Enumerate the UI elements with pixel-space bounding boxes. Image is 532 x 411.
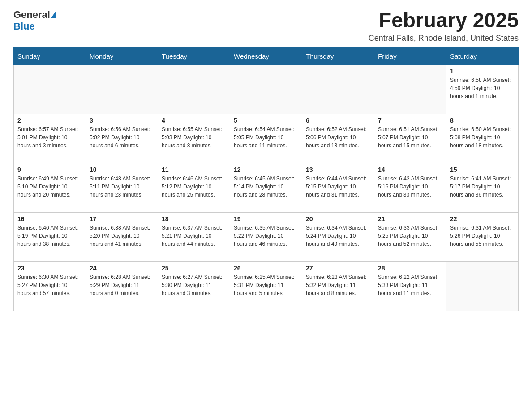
logo: General Blue <box>13 9 56 32</box>
day-number: 11 <box>162 166 226 173</box>
day-number: 22 <box>450 215 515 223</box>
day-info: Sunrise: 6:52 AM Sunset: 5:06 PM Dayligh… <box>306 125 370 150</box>
day-info: Sunrise: 6:41 AM Sunset: 5:17 PM Dayligh… <box>450 175 515 199</box>
logo-general-text: General <box>13 9 50 21</box>
calendar-cell: 10Sunrise: 6:48 AM Sunset: 5:11 PM Dayli… <box>86 163 158 212</box>
day-info: Sunrise: 6:55 AM Sunset: 5:03 PM Dayligh… <box>162 125 226 150</box>
calendar-cell: 12Sunrise: 6:45 AM Sunset: 5:14 PM Dayli… <box>230 163 302 212</box>
day-number: 23 <box>17 265 82 272</box>
day-info: Sunrise: 6:56 AM Sunset: 5:02 PM Dayligh… <box>90 125 154 150</box>
calendar-cell <box>230 64 302 114</box>
day-info: Sunrise: 6:46 AM Sunset: 5:12 PM Dayligh… <box>162 175 226 199</box>
calendar-cell <box>158 64 230 114</box>
calendar-day-header: Saturday <box>446 47 519 64</box>
day-info: Sunrise: 6:42 AM Sunset: 5:16 PM Dayligh… <box>378 175 442 199</box>
calendar-cell: 26Sunrise: 6:25 AM Sunset: 5:31 PM Dayli… <box>230 261 302 311</box>
calendar-cell: 14Sunrise: 6:42 AM Sunset: 5:16 PM Dayli… <box>374 163 446 212</box>
day-info: Sunrise: 6:44 AM Sunset: 5:15 PM Dayligh… <box>306 175 370 199</box>
day-info: Sunrise: 6:49 AM Sunset: 5:10 PM Dayligh… <box>17 175 82 199</box>
day-info: Sunrise: 6:54 AM Sunset: 5:05 PM Dayligh… <box>234 125 298 150</box>
calendar-header-row: SundayMondayTuesdayWednesdayThursdayFrid… <box>14 47 519 64</box>
day-info: Sunrise: 6:38 AM Sunset: 5:20 PM Dayligh… <box>90 224 154 248</box>
calendar-cell: 15Sunrise: 6:41 AM Sunset: 5:17 PM Dayli… <box>446 163 519 212</box>
calendar-cell: 11Sunrise: 6:46 AM Sunset: 5:12 PM Dayli… <box>158 163 230 212</box>
day-number: 2 <box>17 117 82 124</box>
day-info: Sunrise: 6:45 AM Sunset: 5:14 PM Dayligh… <box>234 175 298 199</box>
day-info: Sunrise: 6:48 AM Sunset: 5:11 PM Dayligh… <box>90 175 154 199</box>
logo-triangle-icon <box>51 12 56 18</box>
calendar-cell: 8Sunrise: 6:50 AM Sunset: 5:08 PM Daylig… <box>446 114 519 163</box>
calendar-day-header: Sunday <box>14 47 86 64</box>
calendar-cell: 20Sunrise: 6:34 AM Sunset: 5:24 PM Dayli… <box>302 212 374 261</box>
day-number: 27 <box>306 265 370 272</box>
day-info: Sunrise: 6:58 AM Sunset: 4:59 PM Dayligh… <box>450 76 515 100</box>
day-number: 28 <box>378 265 442 272</box>
day-number: 26 <box>234 265 298 272</box>
calendar-cell <box>86 64 158 114</box>
calendar-day-header: Friday <box>374 47 446 64</box>
calendar-cell: 9Sunrise: 6:49 AM Sunset: 5:10 PM Daylig… <box>14 163 86 212</box>
calendar-cell: 17Sunrise: 6:38 AM Sunset: 5:20 PM Dayli… <box>86 212 158 261</box>
calendar-week-row: 16Sunrise: 6:40 AM Sunset: 5:19 PM Dayli… <box>14 212 519 261</box>
calendar-week-row: 23Sunrise: 6:30 AM Sunset: 5:27 PM Dayli… <box>14 261 519 311</box>
calendar-week-row: 1Sunrise: 6:58 AM Sunset: 4:59 PM Daylig… <box>14 64 519 114</box>
page-title: February 2025 <box>369 9 519 32</box>
day-number: 14 <box>378 166 442 173</box>
calendar-cell: 19Sunrise: 6:35 AM Sunset: 5:22 PM Dayli… <box>230 212 302 261</box>
calendar-cell: 5Sunrise: 6:54 AM Sunset: 5:05 PM Daylig… <box>230 114 302 163</box>
day-info: Sunrise: 6:30 AM Sunset: 5:27 PM Dayligh… <box>17 273 82 297</box>
calendar-cell: 1Sunrise: 6:58 AM Sunset: 4:59 PM Daylig… <box>446 64 519 114</box>
calendar-cell: 18Sunrise: 6:37 AM Sunset: 5:21 PM Dayli… <box>158 212 230 261</box>
day-info: Sunrise: 6:50 AM Sunset: 5:08 PM Dayligh… <box>450 125 515 150</box>
day-info: Sunrise: 6:23 AM Sunset: 5:32 PM Dayligh… <box>306 273 370 297</box>
calendar-cell: 13Sunrise: 6:44 AM Sunset: 5:15 PM Dayli… <box>302 163 374 212</box>
calendar-cell: 4Sunrise: 6:55 AM Sunset: 5:03 PM Daylig… <box>158 114 230 163</box>
calendar-week-row: 9Sunrise: 6:49 AM Sunset: 5:10 PM Daylig… <box>14 163 519 212</box>
day-number: 5 <box>234 117 298 124</box>
calendar-cell: 3Sunrise: 6:56 AM Sunset: 5:02 PM Daylig… <box>86 114 158 163</box>
day-info: Sunrise: 6:40 AM Sunset: 5:19 PM Dayligh… <box>17 224 82 248</box>
calendar-cell: 23Sunrise: 6:30 AM Sunset: 5:27 PM Dayli… <box>14 261 86 311</box>
day-info: Sunrise: 6:25 AM Sunset: 5:31 PM Dayligh… <box>234 273 298 297</box>
calendar-cell: 24Sunrise: 6:28 AM Sunset: 5:29 PM Dayli… <box>86 261 158 311</box>
day-number: 1 <box>450 68 515 75</box>
calendar-cell: 28Sunrise: 6:22 AM Sunset: 5:33 PM Dayli… <box>374 261 446 311</box>
day-number: 7 <box>378 117 442 124</box>
calendar-week-row: 2Sunrise: 6:57 AM Sunset: 5:01 PM Daylig… <box>14 114 519 163</box>
day-number: 3 <box>90 117 154 124</box>
day-number: 10 <box>90 166 154 173</box>
day-number: 13 <box>306 166 370 173</box>
day-number: 21 <box>378 215 442 223</box>
page-subtitle: Central Falls, Rhode Island, United Stat… <box>369 34 519 43</box>
calendar-cell: 16Sunrise: 6:40 AM Sunset: 5:19 PM Dayli… <box>14 212 86 261</box>
day-number: 25 <box>162 265 226 272</box>
calendar-cell <box>374 64 446 114</box>
calendar-cell: 25Sunrise: 6:27 AM Sunset: 5:30 PM Dayli… <box>158 261 230 311</box>
calendar-cell: 27Sunrise: 6:23 AM Sunset: 5:32 PM Dayli… <box>302 261 374 311</box>
day-info: Sunrise: 6:51 AM Sunset: 5:07 PM Dayligh… <box>378 125 442 150</box>
day-number: 15 <box>450 166 515 173</box>
title-block: February 2025 Central Falls, Rhode Islan… <box>369 9 519 43</box>
day-info: Sunrise: 6:27 AM Sunset: 5:30 PM Dayligh… <box>162 273 226 297</box>
day-number: 9 <box>17 166 82 173</box>
day-info: Sunrise: 6:31 AM Sunset: 5:26 PM Dayligh… <box>450 224 515 248</box>
page-header: General Blue February 2025 Central Falls… <box>13 9 519 43</box>
day-info: Sunrise: 6:57 AM Sunset: 5:01 PM Dayligh… <box>17 125 82 150</box>
day-number: 20 <box>306 215 370 223</box>
calendar-cell <box>14 64 86 114</box>
day-number: 6 <box>306 117 370 124</box>
day-number: 24 <box>90 265 154 272</box>
calendar-day-header: Tuesday <box>158 47 230 64</box>
calendar-day-header: Thursday <box>302 47 374 64</box>
day-info: Sunrise: 6:22 AM Sunset: 5:33 PM Dayligh… <box>378 273 442 297</box>
logo-blue-text: Blue <box>13 21 35 32</box>
day-info: Sunrise: 6:34 AM Sunset: 5:24 PM Dayligh… <box>306 224 370 248</box>
day-info: Sunrise: 6:35 AM Sunset: 5:22 PM Dayligh… <box>234 224 298 248</box>
calendar-day-header: Monday <box>86 47 158 64</box>
calendar-cell: 7Sunrise: 6:51 AM Sunset: 5:07 PM Daylig… <box>374 114 446 163</box>
day-number: 19 <box>234 215 298 223</box>
calendar-table: SundayMondayTuesdayWednesdayThursdayFrid… <box>13 47 519 311</box>
day-number: 18 <box>162 215 226 223</box>
calendar-cell: 6Sunrise: 6:52 AM Sunset: 5:06 PM Daylig… <box>302 114 374 163</box>
calendar-cell <box>302 64 374 114</box>
